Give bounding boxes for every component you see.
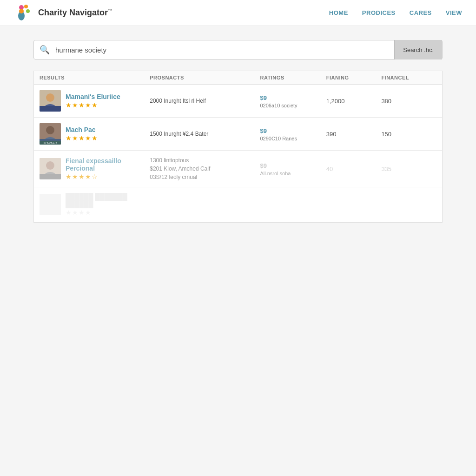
result-rating-sub: All.nsrol soha — [260, 171, 326, 176]
table-row: Mamani's Eluriice ★★★★★ 2000 Inurght Its… — [34, 85, 442, 118]
main-content: 🔍 Search .hc. RESULTS PROSNACTS RATINGS … — [24, 40, 452, 223]
svg-point-10 — [46, 126, 54, 134]
avatar: SPEAKER — [40, 123, 61, 145]
result-financing: 40 — [326, 165, 382, 172]
svg-rect-8 — [40, 106, 61, 112]
result-finance2: 335 — [381, 165, 436, 172]
result-rating-sub: 0206a10 society — [260, 103, 326, 108]
header-financel: FINANCEL — [381, 75, 436, 80]
nav-cares[interactable]: CARES — [410, 9, 432, 16]
nav-home[interactable]: HOME — [329, 9, 348, 16]
result-finance2: 380 — [381, 98, 436, 105]
nav-view[interactable]: VIEW — [446, 9, 462, 16]
svg-point-6 — [46, 93, 54, 102]
result-financing: 390 — [326, 131, 382, 138]
result-stars: ★★★★☆ — [66, 173, 150, 180]
header-fianing: FIANING — [326, 75, 382, 80]
result-financing: 1,2000 — [326, 98, 382, 105]
table-row: Fienal expessaillo Percional ★★★★☆ 1300 … — [34, 151, 442, 187]
svg-point-16 — [46, 161, 54, 170]
header-results: RESULTS — [40, 75, 150, 80]
table-row: SPEAKER Mach Pac ★★★★★ 1500 Inurght ¥2.4… — [34, 118, 442, 151]
result-name-link[interactable]: Mach Pac — [66, 126, 98, 133]
result-rating: $9 — [260, 93, 326, 103]
result-rating: $9 — [260, 126, 326, 136]
nav-prodices[interactable]: PRODICES — [362, 9, 396, 16]
result-rating-cell: $9 0206a10 society — [260, 93, 326, 108]
result-name-cell: SPEAKER Mach Pac ★★★★★ — [40, 123, 150, 145]
result-name-link[interactable]: Fienal expessaillo Percional — [66, 157, 150, 172]
result-rating-cell: $9 All.nsrol soha — [260, 161, 326, 176]
result-rating-cell: $9 0290C10 Ranes — [260, 126, 326, 141]
result-prospects: 2000 Inurght Itsl rl Helf — [150, 97, 260, 105]
result-name-cell: Mamani's Eluriice ★★★★★ — [40, 90, 150, 112]
svg-point-4 — [19, 9, 24, 13]
search-input[interactable] — [55, 46, 394, 54]
svg-rect-19 — [40, 194, 61, 215]
header-ratings: RATINGS — [260, 75, 326, 80]
result-name-link[interactable]: ██████ ███████ ██████ — [66, 193, 150, 208]
result-prospects: 1500 Inurght ¥2.4 Bater — [150, 130, 260, 138]
main-nav: HOME PRODICES CARES VIEW — [329, 9, 462, 16]
result-finance2: 150 — [381, 131, 436, 138]
svg-text:SPEAKER: SPEAKER — [44, 141, 57, 144]
result-name-cell: ██████ ███████ ██████ ★★★★ — [40, 193, 150, 216]
site-header: Charity Navigator™ HOME PRODICES CARES V… — [0, 0, 476, 26]
svg-point-1 — [24, 5, 28, 8]
avatar — [40, 158, 61, 179]
result-name-info: Mamani's Eluriice ★★★★★ — [66, 93, 120, 109]
search-icon: 🔍 — [34, 45, 55, 55]
svg-point-2 — [26, 9, 30, 13]
avatar — [40, 90, 61, 112]
results-table: RESULTS PROSNACTS RATINGS FIANING FINANC… — [33, 71, 443, 223]
logo-text: Charity Navigator™ — [38, 8, 112, 18]
result-stars: ★★★★ — [66, 209, 150, 216]
result-rating: $9 — [260, 161, 326, 171]
logo[interactable]: Charity Navigator™ — [14, 3, 112, 23]
avatar — [40, 194, 61, 215]
search-bar: 🔍 Search .hc. — [33, 40, 443, 60]
header-prosnacts: PROSNACTS — [150, 75, 260, 80]
svg-rect-18 — [40, 174, 61, 179]
result-name-link[interactable]: Mamani's Eluriice — [66, 93, 120, 100]
table-row: ██████ ███████ ██████ ★★★★ — [34, 187, 442, 222]
result-name-info: ██████ ███████ ██████ ★★★★ — [66, 193, 150, 216]
search-button[interactable]: Search .hc. — [394, 40, 442, 60]
logo-icon — [14, 3, 34, 23]
table-header: RESULTS PROSNACTS RATINGS FIANING FINANC… — [34, 71, 442, 85]
result-name-cell: Fienal expessaillo Percional ★★★★☆ — [40, 157, 150, 180]
result-stars: ★★★★★ — [66, 101, 120, 109]
result-stars: ★★★★★ — [66, 134, 98, 142]
result-rating-sub: 0290C10 Ranes — [260, 136, 326, 141]
result-name-info: Mach Pac ★★★★★ — [66, 126, 98, 142]
result-prospects: 1300 lintioptous $201 Klow, Amched Calf … — [150, 156, 260, 181]
result-name-info: Fienal expessaillo Percional ★★★★☆ — [66, 157, 150, 180]
